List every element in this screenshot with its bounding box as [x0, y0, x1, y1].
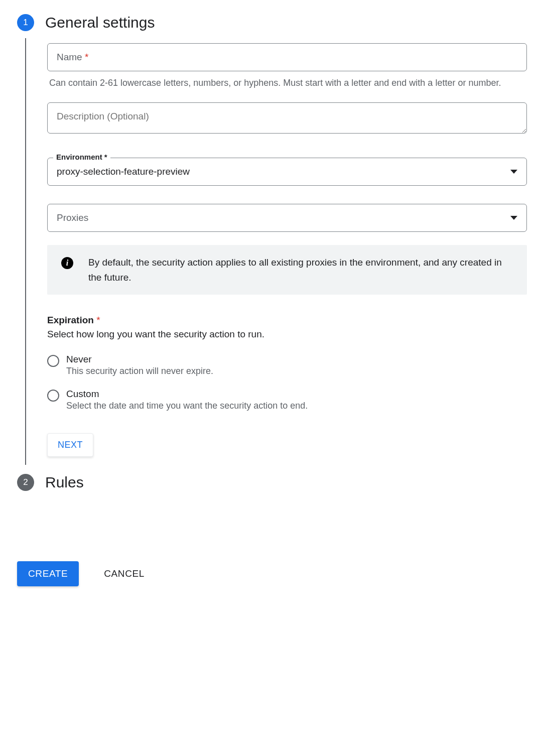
expiration-title: Expiration * — [47, 315, 527, 326]
environment-select[interactable]: proxy-selection-feature-preview — [47, 158, 527, 186]
proxies-field: Proxies — [47, 204, 527, 232]
step-2-header[interactable]: 2 Rules — [17, 474, 527, 491]
action-bar: CREATE CANCEL — [17, 561, 527, 586]
next-button[interactable]: NEXT — [47, 433, 93, 457]
chevron-down-icon — [510, 216, 517, 220]
step-2-title: Rules — [45, 474, 84, 491]
name-input[interactable]: Name * — [47, 43, 527, 71]
radio-never-description: This security action will never expire. — [66, 366, 213, 376]
environment-value: proxy-selection-feature-preview — [57, 166, 190, 177]
expiration-required-asterisk: * — [96, 315, 100, 325]
expiration-subtitle: Select how long you want the security ac… — [47, 329, 527, 340]
expiration-option-never: Never This security action will never ex… — [47, 354, 527, 386]
info-icon: i — [61, 257, 73, 269]
radio-custom[interactable] — [47, 390, 59, 402]
name-helper-text: Can contain 2-61 lowercase letters, numb… — [49, 76, 525, 89]
create-button[interactable]: CREATE — [17, 561, 79, 586]
chevron-down-icon — [510, 170, 517, 174]
radio-never[interactable] — [47, 355, 59, 367]
expiration-option-custom: Custom Select the date and time you want… — [47, 389, 527, 420]
proxies-info-panel: i By default, the security action applie… — [47, 245, 527, 295]
step-1-title: General settings — [45, 14, 155, 31]
cancel-button[interactable]: CANCEL — [101, 561, 148, 586]
expiration-title-text: Expiration — [47, 315, 94, 325]
environment-label: Environment * — [53, 153, 110, 161]
proxies-select[interactable]: Proxies — [47, 204, 527, 232]
radio-never-label: Never — [66, 354, 213, 365]
proxies-info-text: By default, the security action applies … — [88, 255, 513, 285]
description-field — [47, 102, 527, 136]
description-textarea[interactable] — [47, 102, 527, 134]
step-1-header: 1 General settings — [17, 14, 527, 31]
environment-field: Environment * proxy-selection-feature-pr… — [47, 158, 527, 186]
step-2-badge: 2 — [17, 474, 34, 491]
step-1-badge: 1 — [17, 14, 34, 31]
name-required-asterisk: * — [85, 52, 88, 62]
proxies-placeholder: Proxies — [57, 212, 88, 223]
name-label: Name — [57, 52, 82, 62]
radio-custom-label: Custom — [66, 389, 308, 400]
name-field: Name * — [47, 43, 527, 71]
radio-custom-description: Select the date and time you want the se… — [66, 401, 308, 411]
